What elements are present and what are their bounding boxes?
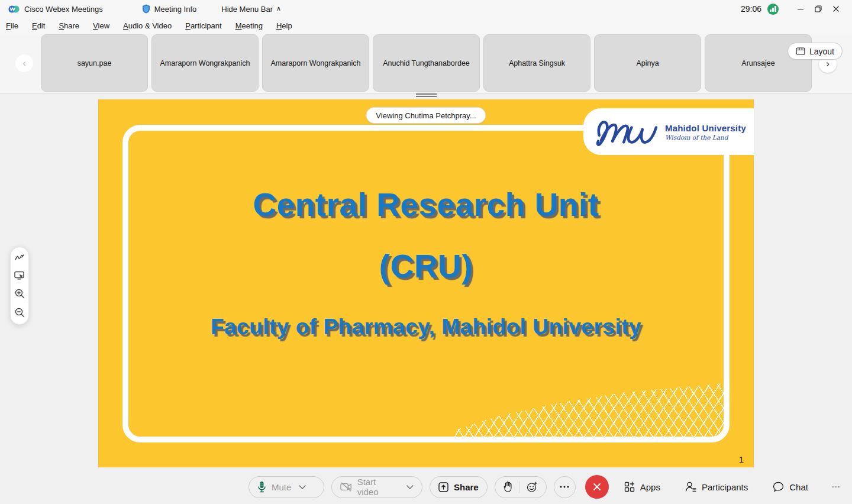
chat-button[interactable]: Chat	[773, 482, 808, 492]
layout-label: Layout	[809, 47, 834, 56]
participant-tile[interactable]: Amaraporn Wongrakpanich	[151, 34, 259, 92]
participants-icon	[685, 482, 696, 492]
restore-window-button[interactable]	[809, 1, 827, 17]
more-options-button[interactable]	[554, 476, 576, 498]
participant-tile[interactable]: Apinya	[594, 34, 701, 92]
chevron-down-icon[interactable]	[299, 485, 306, 489]
menu-item[interactable]: File	[6, 21, 18, 30]
apps-button[interactable]: Apps	[624, 482, 660, 492]
participant-tile[interactable]: Amaraporn Wongrakpanich	[262, 34, 369, 92]
layout-grid-icon	[796, 47, 805, 55]
participant-name: Amaraporn Wongrakpanich	[156, 59, 255, 67]
start-video-label: Start video	[357, 477, 399, 497]
slide-subtitle: Faculty of Pharmacy, Mahidol University	[98, 315, 754, 340]
participant-name: Arunsajee	[737, 59, 779, 67]
share-button[interactable]: Share	[430, 476, 488, 498]
camera-off-icon	[340, 482, 352, 492]
meeting-timer: 29:06	[741, 4, 761, 14]
mute-button[interactable]: Mute	[248, 476, 324, 498]
menu-bar: FileEditShareViewAudio & VideoParticipan…	[0, 18, 852, 34]
webex-logo-icon	[8, 5, 20, 14]
university-logo: Mahidol University Wisdom of the Land	[583, 108, 754, 155]
menu-item[interactable]: Share	[59, 21, 79, 30]
shield-icon	[142, 4, 150, 14]
share-label: Share	[454, 482, 479, 492]
reactions-button-group	[495, 476, 547, 498]
shared-slide: Mahidol University Wisdom of the Land Ce…	[98, 99, 754, 467]
apps-grid-icon	[624, 482, 635, 492]
control-bar: Mute Start video Share	[0, 469, 852, 504]
minimize-button[interactable]	[792, 1, 809, 17]
remote-control-screen-icon[interactable]	[14, 271, 25, 280]
start-video-button[interactable]: Start video	[331, 476, 422, 498]
menu-item[interactable]: Edit	[32, 21, 45, 30]
menu-item[interactable]: Help	[276, 21, 292, 30]
microphone-icon	[257, 481, 266, 493]
participant-filmstrip: sayun.pae Amaraporn Wongrakpanich Amarap…	[0, 34, 852, 93]
slide-title-line2: (CRU)	[98, 247, 754, 285]
chat-bubble-icon	[773, 482, 784, 492]
participant-tile[interactable]: Anuchid Tungthanabordee	[373, 34, 480, 92]
participant-name: Aphattra Singsuk	[504, 59, 570, 67]
participant-tile[interactable]: sayun.pae	[41, 34, 148, 92]
participants-label: Participants	[702, 482, 748, 492]
raise-hand-icon[interactable]	[504, 482, 512, 492]
meeting-info-label: Meeting Info	[154, 5, 197, 14]
chevron-left-icon: ‹	[22, 57, 26, 69]
reactions-smiley-icon[interactable]	[527, 482, 538, 493]
slide-page-number: 1	[739, 454, 744, 464]
more-dots-icon	[560, 486, 569, 488]
close-icon	[593, 483, 601, 491]
menu-item[interactable]: Meeting	[235, 21, 263, 30]
participant-name: Anuchid Tungthanabordee	[378, 59, 475, 67]
connection-signal-icon	[767, 4, 779, 15]
annotation-toolbar	[10, 247, 29, 325]
hide-menu-label: Hide Menu Bar	[221, 5, 273, 14]
title-bar: Cisco Webex Meetings Meeting Info Hide M…	[0, 0, 852, 18]
menu-item[interactable]: Audio & Video	[123, 21, 172, 30]
mu-monogram-icon	[595, 115, 659, 149]
leave-meeting-button[interactable]	[585, 475, 609, 499]
viewing-banner: Viewing Chutima Petchpray...	[366, 107, 486, 124]
mute-label: Mute	[272, 482, 291, 492]
close-window-button[interactable]	[827, 1, 845, 17]
participant-name: Apinya	[631, 59, 663, 67]
divider	[519, 481, 519, 493]
chevron-right-icon: ›	[826, 58, 830, 70]
participant-tiles: sayun.pae Amaraporn Wongrakpanich Amarap…	[41, 34, 812, 92]
participants-button[interactable]: Participants	[685, 482, 748, 492]
logo-name: Mahidol University	[665, 123, 746, 133]
more-controls-overflow[interactable]: ⋯	[831, 482, 841, 492]
annotate-pen-icon[interactable]	[15, 254, 25, 262]
slide-title-line1: Central Research Unit	[98, 186, 754, 224]
participant-name: Amaraporn Wongrakpanich	[266, 59, 366, 67]
menu-item[interactable]: View	[93, 21, 109, 30]
participant-name: sayun.pae	[73, 59, 117, 67]
layout-button[interactable]: Layout	[788, 43, 843, 60]
stage-resize-handle[interactable]	[416, 93, 437, 97]
meeting-info-button[interactable]: Meeting Info	[142, 4, 197, 14]
caret-up-icon: ∧	[276, 5, 281, 12]
hide-menu-bar-button[interactable]: Hide Menu Bar ∧	[221, 5, 281, 14]
filmstrip-scroll-left-button[interactable]: ‹	[15, 54, 33, 72]
participant-tile[interactable]: Aphattra Singsuk	[483, 34, 590, 92]
logo-tagline: Wisdom of the Land	[665, 134, 746, 141]
chevron-down-icon[interactable]	[406, 485, 414, 489]
zoom-in-icon[interactable]	[15, 289, 25, 299]
app-title: Cisco Webex Meetings	[24, 5, 103, 14]
menu-item[interactable]: Participant	[185, 21, 221, 30]
share-screen-icon	[438, 482, 448, 492]
apps-label: Apps	[640, 482, 660, 492]
zoom-out-icon[interactable]	[15, 308, 25, 318]
chat-label: Chat	[789, 482, 808, 492]
